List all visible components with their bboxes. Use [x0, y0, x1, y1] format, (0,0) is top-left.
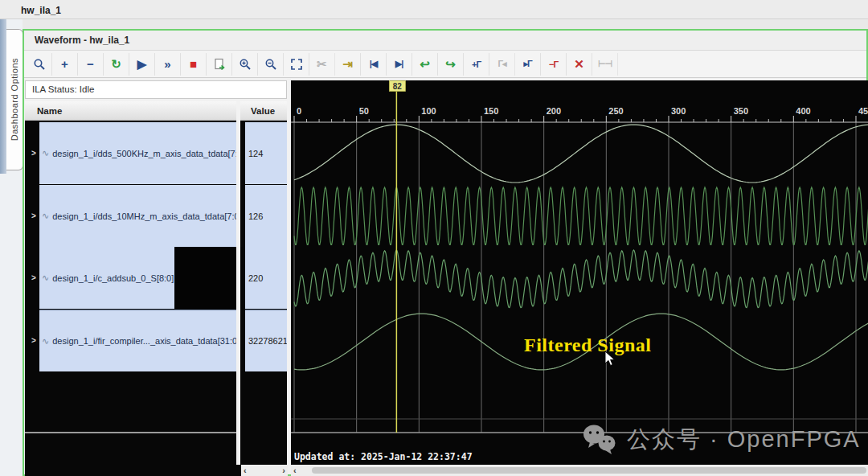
- tree-bottom-rule: [25, 432, 236, 433]
- toolbar-set-trigger-button[interactable]: ▸Γ: [515, 53, 541, 76]
- toolbar-remove-probes-button[interactable]: −: [78, 53, 104, 76]
- toolbar-search-button[interactable]: [27, 53, 52, 76]
- swap-trigger-prev-icon: ↩: [420, 57, 430, 72]
- scroll-left-icon[interactable]: ‹: [291, 466, 299, 475]
- marker-label[interactable]: 82: [393, 82, 403, 91]
- vivado-ila-window: hw_ila_1 Dashboard Options Waveform - hw…: [0, 0, 868, 476]
- wave-horizontal-scrollbar[interactable]: ‹: [291, 465, 868, 476]
- axis-tick-label: 450: [858, 106, 868, 116]
- waveform-panel-title: Waveform - hw_ila_1: [24, 31, 866, 51]
- toolbar-trim-button[interactable]: ⊢⊣: [592, 53, 618, 76]
- signal-name: design_1_i/fir_compiler..._axis_data_tda…: [52, 336, 236, 346]
- signal-row-name[interactable]: ∿design_1_i/dds_10MHz_m_axis_data_tdata[…: [39, 185, 236, 247]
- watermark: 公众号 · OpenFPGA: [582, 424, 861, 456]
- remove-probes-icon: −: [87, 57, 94, 71]
- name-column-header[interactable]: Name: [37, 101, 62, 121]
- tab-hw-ila-1[interactable]: hw_ila_1: [10, 2, 72, 19]
- signal-name: design_1_i/dds_10MHz_m_axis_data_tdata[7…: [52, 211, 236, 221]
- toolbar-run-trigger-repetitive-button[interactable]: »: [155, 53, 181, 76]
- goto-trigger-icon: Γ◂: [497, 59, 506, 69]
- ila-status-bar: ILA Status: Idle: [25, 80, 287, 99]
- scrollbar-thumb[interactable]: [312, 467, 866, 474]
- toolbar-prev-transition-button[interactable]: |◀: [361, 53, 387, 76]
- next-transition-icon: ▶|: [395, 59, 403, 69]
- run-trigger-immediate-icon: ↻: [111, 57, 121, 72]
- toolbar-add-probes-button[interactable]: +: [52, 53, 78, 76]
- add-marker-icon: ⇥: [342, 57, 353, 72]
- signal-value: 32278621: [245, 336, 287, 346]
- scroll-left-icon[interactable]: ‹: [241, 466, 249, 475]
- expand-chevron-icon[interactable]: >: [29, 336, 39, 345]
- magnifier-plus-icon: [239, 58, 252, 71]
- axis-tick-label: 400: [796, 106, 810, 116]
- name-value-splitter[interactable]: [236, 101, 240, 465]
- page-export-icon: [213, 58, 226, 71]
- trim-icon: ⊢⊣: [598, 59, 612, 69]
- cut-icon: ✂: [317, 57, 327, 72]
- signal-row-value[interactable]: 220: [245, 247, 287, 309]
- bus-signal-icon: ∿: [42, 273, 49, 283]
- toolbar-add-trigger-button[interactable]: +Γ: [464, 53, 489, 76]
- dashboard-options-tab[interactable]: Dashboard Options: [6, 29, 23, 170]
- toolbar-swap-trigger-next-button[interactable]: ↪: [438, 53, 464, 76]
- toolbar-cut-button[interactable]: ✂: [309, 53, 335, 76]
- toolbar-next-transition-button[interactable]: ▶|: [387, 53, 412, 76]
- toolbar-stop-trigger-button[interactable]: ■: [181, 53, 207, 76]
- toolbar-zoom-out-button[interactable]: [258, 53, 284, 76]
- tree-horizontal-scrollbar[interactable]: ‹ ›: [241, 465, 288, 476]
- toolbar-delete-button[interactable]: ✕: [567, 53, 592, 76]
- bus-signal-icon: ∿: [42, 211, 49, 221]
- axis-tick-label: 250: [608, 106, 623, 116]
- signal-table-header: Name Value: [25, 101, 287, 121]
- waveform-plot: 05010015020025030035040045082: [291, 80, 868, 465]
- delete-icon: ✕: [574, 57, 584, 72]
- signal-row-value[interactable]: 126: [245, 185, 287, 247]
- redaction-box: [174, 247, 243, 310]
- signal-row-name[interactable]: ∿design_1_i/fir_compiler..._axis_data_td…: [39, 310, 236, 371]
- toolbar-add-marker-button[interactable]: ⇥: [335, 53, 361, 76]
- axis-tick-label: 0: [297, 106, 301, 116]
- signal-row-value[interactable]: 32278621: [245, 310, 287, 371]
- axis-tick-label: 350: [734, 106, 748, 116]
- toolbar-remove-trigger-button[interactable]: −Γ: [541, 53, 567, 76]
- signal-row-name[interactable]: ∿design_1_i/dds_500KHz_m_axis_data_tdata…: [39, 122, 236, 184]
- toolbar-run-trigger-immediate-button[interactable]: ↻: [104, 53, 129, 76]
- run-trigger-repetitive-icon: »: [164, 57, 170, 71]
- axis-tick-label: 200: [547, 106, 561, 116]
- prev-transition-icon: |◀: [370, 59, 378, 69]
- toolbar-swap-trigger-prev-button[interactable]: ↩: [412, 53, 438, 76]
- waveform-canvas[interactable]: 05010015020025030035040045082: [291, 80, 868, 465]
- signal-value: 126: [245, 211, 263, 221]
- bus-signal-icon: ∿: [42, 148, 49, 158]
- axis-tick-label: 50: [359, 106, 369, 116]
- window-tab-bar: hw_ila_1: [0, 0, 868, 19]
- axis-tick-label: 300: [671, 106, 686, 116]
- bus-signal-icon: ∿: [42, 336, 49, 347]
- expand-chevron-icon[interactable]: >: [29, 149, 39, 158]
- toolbar-zoom-in-button[interactable]: [232, 53, 258, 76]
- magnifier-minus-icon: [264, 58, 277, 71]
- value-column-header[interactable]: Value: [251, 101, 275, 121]
- wave-trace-1: [294, 187, 868, 245]
- expand-chevron-icon[interactable]: >: [29, 273, 39, 282]
- scroll-right-icon[interactable]: ›: [280, 466, 288, 475]
- remove-trigger-icon: −Γ: [549, 60, 558, 69]
- expand-chevron-icon[interactable]: >: [29, 211, 39, 220]
- watermark-text: 公众号 · OpenFPGA: [627, 424, 861, 456]
- add-probes-icon: +: [61, 57, 68, 71]
- waveform-toolbar: +−↻▶»■✂⇥|◀▶|↩↪+ΓΓ◂▸Γ−Γ✕⊢⊣: [24, 51, 866, 78]
- signal-tree: >∿design_1_i/dds_500KHz_m_axis_data_tdat…: [25, 121, 287, 476]
- toolbar-export-ila-data-button[interactable]: [207, 53, 232, 76]
- toolbar-run-trigger-button[interactable]: ▶: [129, 53, 155, 76]
- expand-icon: [290, 58, 303, 71]
- toolbar-zoom-fit-button[interactable]: [284, 53, 309, 76]
- wechat-icon: [582, 424, 619, 456]
- updated-timestamp: Updated at: 2025-Jan-12 22:37:47: [294, 451, 473, 462]
- magnifier-icon: [33, 58, 46, 71]
- toolbar-goto-trigger-button[interactable]: Γ◂: [489, 53, 515, 76]
- swap-trigger-next-icon: ↪: [445, 57, 456, 72]
- mouse-cursor: [604, 351, 617, 370]
- run-trigger-icon: ▶: [137, 57, 147, 72]
- signal-row-value[interactable]: 124: [245, 122, 287, 184]
- axis-tick-label: 150: [484, 106, 498, 116]
